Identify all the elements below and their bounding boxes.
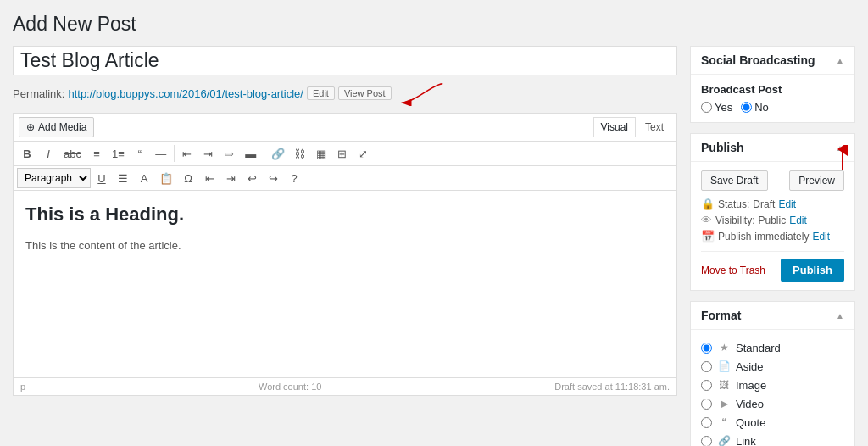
broadcast-yes-label[interactable]: Yes [701, 101, 732, 114]
blockquote-button[interactable]: “ [130, 143, 150, 164]
publish-button[interactable]: Publish [781, 259, 844, 282]
format-label-link: Link [736, 435, 756, 447]
editor-heading: This is a Heading. [25, 199, 665, 229]
special-char-button[interactable]: Ω [178, 168, 198, 188]
ordered-list-button[interactable]: 1≡ [108, 143, 129, 164]
bold-button[interactable]: B [17, 143, 37, 164]
format-content: ★Standard📄Aside🖼Image▶Video❝Quote🔗Link🖼G… [691, 330, 854, 446]
format-icon-image: 🖼 [717, 378, 731, 392]
permalink-label: Permalink: [13, 87, 64, 100]
format-select[interactable]: Paragraph [17, 168, 91, 188]
edit-permalink-button[interactable]: Edit [307, 86, 335, 100]
link-button[interactable]: 🔗 [267, 143, 289, 164]
publish-time-row: 📅 Publish immediately Edit [701, 230, 844, 243]
format-box: Format ▲ ★Standard📄Aside🖼Image▶Video❝Quo… [690, 301, 855, 446]
format-icon-standard: ★ [717, 341, 731, 354]
move-to-trash-button[interactable]: Move to Trash [701, 265, 765, 276]
format-icon-link: 🔗 [717, 434, 731, 446]
format-header[interactable]: Format ▲ [691, 302, 854, 330]
italic-button[interactable]: I [38, 143, 58, 164]
paragraph-indicator: p [20, 382, 25, 392]
publish-when-edit-link[interactable]: Edit [812, 231, 830, 243]
horizontal-rule-button[interactable]: — [151, 143, 171, 164]
editor-wrapper: ⊕ Add Media Visual Text B I abc ≡ 1≡ “ [13, 113, 677, 396]
format-label-quote: Quote [736, 416, 765, 429]
strikethrough-button[interactable]: abc [59, 143, 86, 164]
format-list: ★Standard📄Aside🖼Image▶Video❝Quote🔗Link🖼G… [701, 338, 844, 446]
format-radio-aside[interactable] [701, 361, 712, 372]
status-edit-link[interactable]: Edit [778, 198, 796, 210]
content-area: Permalink: http://blog.buppys.com/2016/0… [13, 46, 677, 396]
underline-button[interactable]: U [92, 168, 112, 188]
publish-header[interactable]: Publish ▲ [691, 134, 854, 162]
social-broadcasting-title: Social Broadcasting [701, 53, 815, 67]
text-color-button[interactable]: A [134, 168, 154, 188]
format-item-image[interactable]: 🖼Image [701, 376, 844, 394]
publish-box: Publish ▲ Save Draft Preview [690, 133, 855, 291]
align-right-button[interactable]: ⇨ [220, 143, 240, 164]
editor-footer: p Word count: 10 Draft saved at 11:18:31… [14, 377, 676, 395]
visibility-icon: 👁 [701, 214, 712, 226]
format-radio-standard[interactable] [701, 343, 712, 354]
status-label: Status: [718, 198, 749, 210]
broadcast-no-label[interactable]: No [741, 101, 769, 114]
save-draft-button[interactable]: Save Draft [701, 170, 768, 191]
add-media-button[interactable]: ⊕ Add Media [19, 117, 94, 137]
format-label-video: Video [736, 398, 764, 410]
editor-content[interactable]: This is a Heading. This is the content o… [14, 191, 676, 377]
broadcast-post-label: Broadcast Post [701, 83, 844, 96]
format-item-quote[interactable]: ❝Quote [701, 413, 844, 432]
broadcast-yes-radio[interactable] [701, 102, 712, 113]
toolbar-separator-1 [174, 145, 175, 162]
table-button[interactable]: ⊞ [332, 143, 353, 164]
visibility-label: Visibility: [715, 215, 754, 226]
format-icon-video: ▶ [717, 397, 731, 410]
format-radio-video[interactable] [701, 399, 712, 410]
unlink-button[interactable]: ⛓ [290, 143, 310, 164]
align-justify-button[interactable]: ▬ [241, 143, 261, 164]
social-broadcasting-header[interactable]: Social Broadcasting ▲ [691, 47, 854, 75]
publish-actions-row: Save Draft Preview [701, 170, 844, 191]
justify-button[interactable]: ☰ [113, 168, 133, 188]
format-radio-quote[interactable] [701, 417, 712, 428]
format-icon-quote: ❝ [717, 415, 731, 429]
format-radio-link[interactable] [701, 436, 712, 447]
tab-text[interactable]: Text [637, 117, 671, 137]
word-count-value: 10 [311, 382, 321, 392]
unordered-list-button[interactable]: ≡ [86, 143, 107, 164]
format-label-aside: Aside [736, 360, 764, 373]
view-post-button[interactable]: View Post [338, 86, 392, 100]
redo-button[interactable]: ↪ [263, 168, 283, 188]
format-item-link[interactable]: 🔗Link [701, 432, 844, 446]
outdent-button[interactable]: ⇤ [199, 168, 220, 188]
preview-red-arrow [834, 145, 851, 175]
fullscreen-button[interactable]: ⤢ [353, 143, 374, 164]
format-item-video[interactable]: ▶Video [701, 394, 844, 413]
draft-saved-status: Draft saved at 11:18:31 am. [554, 382, 670, 392]
format-label-image: Image [736, 379, 766, 392]
help-button[interactable]: ? [284, 168, 304, 188]
paste-text-button[interactable]: 📋 [155, 168, 177, 188]
page-title: Add New Post [13, 13, 855, 36]
sidebar: Social Broadcasting ▲ Broadcast Post Yes… [690, 46, 855, 446]
format-item-standard[interactable]: ★Standard [701, 338, 844, 357]
broadcast-radio-group: Yes No [701, 101, 844, 114]
format-label-standard: Standard [736, 342, 781, 354]
insert-more-button[interactable]: ▦ [311, 143, 331, 164]
visibility-edit-link[interactable]: Edit [789, 215, 807, 226]
align-left-button[interactable]: ⇤ [177, 143, 198, 164]
status-icon: 🔒 [701, 198, 715, 210]
format-item-aside[interactable]: 📄Aside [701, 357, 844, 376]
format-radio-image[interactable] [701, 380, 712, 391]
align-center-button[interactable]: ⇥ [198, 143, 219, 164]
format-collapse-icon: ▲ [836, 311, 844, 321]
toolbar-row-2: Paragraph U ☰ A 📋 Ω ⇤ ⇥ ↩ ↪ ? [14, 166, 676, 191]
publish-footer: Move to Trash Publish [701, 251, 844, 282]
indent-button[interactable]: ⇥ [220, 168, 241, 188]
broadcast-no-radio[interactable] [741, 102, 752, 113]
publish-content: Save Draft Preview [691, 162, 854, 290]
permalink-url[interactable]: http://blog.buppys.com/2016/01/test-blog… [68, 87, 303, 100]
tab-visual[interactable]: Visual [593, 117, 636, 137]
undo-button[interactable]: ↩ [242, 168, 262, 188]
post-title-input[interactable] [13, 46, 677, 75]
